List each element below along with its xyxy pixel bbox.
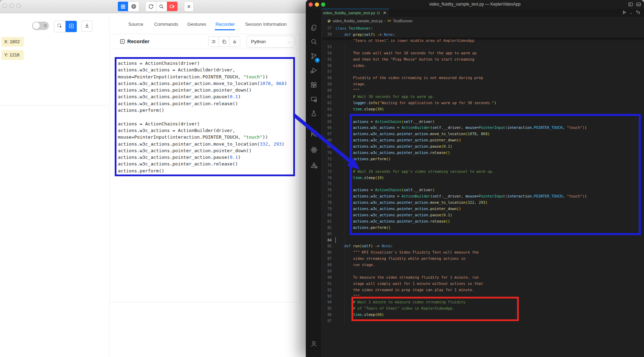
- left-pane-divider: [0, 105, 109, 106]
- code-line-91: 91stage will simply wait for 1 minute wi…: [322, 281, 644, 287]
- editor-actions: ⌄: [622, 9, 641, 17]
- record-button[interactable]: [167, 1, 177, 11]
- code-line-66: 66actions.w3c_actions = ActionBuilder(se…: [322, 125, 644, 131]
- sticky-scroll[interactable]: 27class TestRunner:39def prep(self) -> N…: [322, 25, 644, 38]
- video-camera-icon: [169, 3, 175, 9]
- refresh-button[interactable]: [146, 1, 157, 11]
- explorer-icon[interactable]: [306, 22, 322, 34]
- code-line-63: 63time.sleep(30): [322, 106, 644, 112]
- copy-icon[interactable]: [219, 37, 229, 47]
- code-line: actions.w3c_actions = ActionBuilder(driv…: [118, 127, 293, 134]
- window-zoom-button[interactable]: [16, 3, 21, 8]
- screenshot-stage: ✕ ⊗ X: 1802 Y: 1216: [0, 0, 644, 357]
- source-control-icon[interactable]: 7: [306, 50, 322, 62]
- session-actions-group: [145, 1, 178, 11]
- tab-close-icon[interactable]: ✕: [383, 10, 386, 15]
- code-line-87: 87video streaming fluidity while perfomi…: [322, 256, 644, 262]
- code-line: actions.w3c_actions.pointer_action.point…: [118, 87, 293, 93]
- globe-icon: [131, 3, 137, 9]
- pylance-icon[interactable]: [306, 159, 322, 171]
- grid-view-button[interactable]: [118, 1, 128, 11]
- code-line: actions.perform(): [118, 107, 293, 114]
- run-python-file-icon[interactable]: [622, 10, 627, 16]
- text-cursor: [335, 237, 336, 243]
- close-icon: ✕: [187, 4, 191, 9]
- window-minimize-button[interactable]: [9, 3, 14, 8]
- atom-icon[interactable]: [306, 144, 322, 156]
- account-icon[interactable]: [306, 338, 322, 350]
- breadcrumb-file[interactable]: video_fluidity_sample_test.py: [333, 19, 383, 23]
- code-line-71: 71actions.perform(): [322, 156, 644, 162]
- breadcrumb-symbol[interactable]: TestRunner: [393, 19, 412, 23]
- remote-icon[interactable]: [306, 93, 322, 105]
- extensions-icon[interactable]: [306, 79, 322, 91]
- language-select[interactable]: Python ⌄: [247, 36, 295, 48]
- code-line-74: 74time.sleep(10): [322, 175, 644, 181]
- code-line: mouse=PointerInput(interaction.POINTER_T…: [118, 73, 293, 80]
- code-line: actions.w3c_actions.pointer_action.relea…: [118, 161, 293, 167]
- tab-filename: video_fluidity_sample_test.py: [323, 11, 375, 15]
- inspector-titlebar: ✕: [0, 0, 307, 13]
- code-line-79: 79actions.w3c_actions.pointer_action.poi…: [322, 206, 644, 212]
- code-line-80: 80actions.w3c_actions.pointer_action.pau…: [322, 212, 644, 218]
- quit-session-button[interactable]: ✕: [184, 1, 194, 11]
- code-line-90: 90To measure the video streaming fluidit…: [322, 274, 644, 281]
- code-line: [118, 114, 293, 120]
- tab-commands[interactable]: Commands: [154, 20, 178, 29]
- recorder-panel-header: Recorder Python ⌄: [109, 34, 300, 49]
- code-line-76: 76actions = ActionChains(self.__driver): [322, 187, 644, 193]
- code-line-55: 55and then hit the "Play Movie" button t…: [322, 56, 644, 63]
- code-line-83: 83: [322, 231, 644, 237]
- code-line-77: 77actions.w3c_actions = ActionBuilder(se…: [322, 193, 644, 200]
- testing-icon[interactable]: [306, 108, 322, 119]
- recorder-panel: Recorder Python ⌄ actions = ActionChains…: [109, 34, 300, 302]
- open-changes-icon[interactable]: [636, 10, 641, 16]
- clear-icon[interactable]: [229, 37, 240, 47]
- breadcrumb-separator: ›: [385, 19, 386, 23]
- code-line-70: 70actions.w3c_actions.pointer_action.rel…: [322, 150, 644, 156]
- window-close-button[interactable]: [2, 3, 7, 8]
- search-button[interactable]: [157, 1, 167, 11]
- settings-icon[interactable]: [306, 354, 322, 357]
- activity-bar: 7: [306, 9, 322, 357]
- show-boilerplate-icon[interactable]: [209, 37, 219, 47]
- code-line-68: 68actions.w3c_actions.pointer_action.poi…: [322, 137, 644, 143]
- tab-recorder[interactable]: Recorder: [215, 20, 235, 29]
- pointer-x-readout: X: 1802: [1, 37, 24, 47]
- toggle-panel-icon[interactable]: [636, 2, 641, 8]
- code-line-54: 54The code will wait for 10 seconds for …: [322, 50, 644, 56]
- code-line-62: 62logger.info("Waiting for application t…: [322, 100, 644, 106]
- run-debug-icon[interactable]: [306, 64, 322, 76]
- run-dropdown-chevron-icon[interactable]: ⌄: [630, 11, 632, 15]
- vscode-window: video_fluidity_sample_test.py — KeplerVi…: [306, 0, 644, 357]
- code-line: actions.w3c_actions.pointer_action.move_…: [118, 80, 293, 87]
- web-view-button[interactable]: [128, 1, 139, 11]
- tab-video-fluidity-sample-test[interactable]: video_fluidity_sample_test.py U ✕: [315, 9, 389, 17]
- code-line-95: 95# of "Tears of Steel" video in KeplerV…: [322, 305, 644, 312]
- python-file-icon: [327, 19, 331, 23]
- editor-code[interactable]: "Tears of Steel" in lower middle area of…: [322, 38, 644, 324]
- inspector-window: ✕ ⊗ X: 1802 Y: 1216: [0, 0, 307, 357]
- code-line-57: 57: [322, 69, 644, 75]
- active-tab-underline: [215, 29, 235, 30]
- toggle-sidebar-icon[interactable]: [628, 2, 633, 8]
- tab-session-information[interactable]: Session Information: [245, 20, 287, 29]
- sticky-line-39: 39def prep(self) -> None:: [322, 31, 644, 38]
- tab-source[interactable]: Source: [128, 20, 143, 29]
- code-line-58: 58Fluidity of the video streaming is not…: [322, 75, 644, 81]
- kite-k-icon[interactable]: [306, 127, 322, 139]
- code-line: actions.perform(): [118, 168, 293, 174]
- code-line: mouse=PointerInput(interaction.POINTER_T…: [118, 134, 293, 140]
- tab-gestures[interactable]: Gestures: [187, 20, 206, 29]
- code-line-67: 67actions.w3c_actions.pointer_action.mov…: [322, 131, 644, 137]
- search-icon[interactable]: [306, 36, 322, 48]
- language-select-value: Python: [251, 39, 266, 44]
- code-line-73: 73# Wait 10 seconds for app's video stre…: [322, 169, 644, 175]
- search-icon: [159, 4, 164, 9]
- code-line-61: 61# Wait 30 seconds for app to warm up.: [322, 94, 644, 100]
- code-line: actions.w3c_actions.pointer_action.point…: [118, 147, 293, 154]
- code-line: actions.w3c_actions = ActionBuilder(driv…: [118, 67, 293, 73]
- code-line-85: 85def run(self) -> None:: [322, 243, 644, 249]
- code-line: actions = ActionChains(driver): [118, 121, 293, 127]
- recorded-code[interactable]: actions = ActionChains(driver)actions.w3…: [118, 60, 293, 174]
